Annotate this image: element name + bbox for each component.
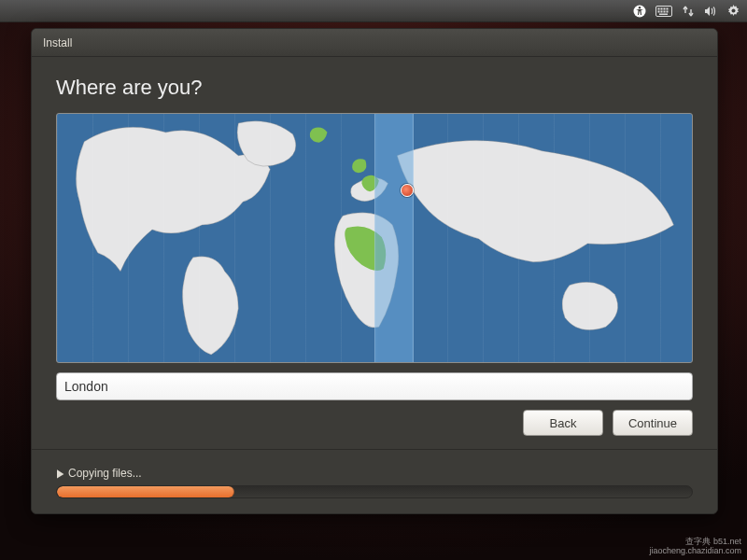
sound-icon[interactable] xyxy=(704,6,718,17)
progress-bar-fill xyxy=(57,486,234,497)
window-titlebar: Install xyxy=(32,29,717,57)
svg-point-1 xyxy=(639,7,641,8)
svg-rect-8 xyxy=(661,10,663,12)
install-progress-section: ▶ Copying files... xyxy=(32,461,717,513)
selected-timezone-band xyxy=(374,114,414,362)
progress-label-row[interactable]: ▶ Copying files... xyxy=(56,467,693,480)
page-title: Where are you? xyxy=(56,76,693,100)
network-icon[interactable] xyxy=(682,5,695,18)
svg-rect-9 xyxy=(664,10,666,12)
navigation-buttons: Back Continue xyxy=(56,410,693,436)
svg-rect-11 xyxy=(659,13,668,15)
progress-bar-track xyxy=(56,485,693,498)
disclosure-triangle-icon: ▶ xyxy=(57,467,63,480)
section-divider xyxy=(32,449,717,450)
location-pin-icon xyxy=(401,184,414,197)
window-title: Install xyxy=(43,36,72,49)
svg-rect-4 xyxy=(661,7,663,9)
desktop-top-bar xyxy=(0,0,747,22)
continue-button[interactable]: Continue xyxy=(613,410,693,436)
svg-rect-6 xyxy=(667,7,669,9)
back-button[interactable]: Back xyxy=(523,410,603,436)
installer-window: Install Where are you? xyxy=(31,28,718,514)
progress-label: Copying files... xyxy=(68,467,142,480)
svg-rect-7 xyxy=(658,10,660,12)
location-input[interactable] xyxy=(56,372,693,400)
svg-rect-10 xyxy=(667,10,669,12)
svg-rect-5 xyxy=(664,7,666,9)
watermark-text: 查字典 b51.net jiaocheng.chazidian.com xyxy=(649,538,741,556)
timezone-map[interactable] xyxy=(56,113,693,363)
keyboard-icon[interactable] xyxy=(655,6,672,17)
settings-icon[interactable] xyxy=(727,5,740,17)
svg-rect-3 xyxy=(658,7,660,9)
svg-point-12 xyxy=(732,9,736,13)
accessibility-icon[interactable] xyxy=(633,5,646,18)
